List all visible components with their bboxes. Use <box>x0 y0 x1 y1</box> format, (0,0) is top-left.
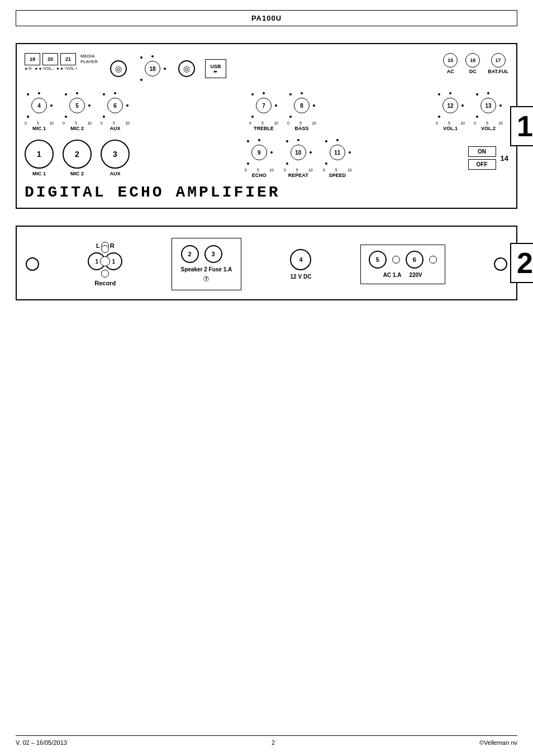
large-knob-mic1: 1 MIC 1 <box>25 140 54 176</box>
power-bat: 17 BAT.FUL <box>488 53 508 74</box>
lr-right-label: R <box>110 242 115 249</box>
circle-symbol-left: ◎ <box>110 60 127 77</box>
panel2-content: L R 1 1 Record <box>26 238 507 290</box>
lr-left-label: L <box>96 242 100 249</box>
bat-label: BAT.FUL <box>488 69 508 74</box>
dc-label: DC <box>469 69 477 74</box>
knob-echo: 9 0510 ECHO <box>245 138 274 178</box>
footer-page: 2 <box>272 739 275 746</box>
circle-15: 15 <box>443 53 458 68</box>
page-header: PA100U <box>16 10 517 26</box>
knobs-row: 4 0510 MIC 1 5 0510 MIC 2 <box>25 91 508 131</box>
panel-2: L R 1 1 Record <box>16 226 517 300</box>
ac-section: 5 6 AC 1.A 220V <box>360 245 445 284</box>
media-player-section: 19 20 21 MEDIAPLAYER ►/II ◄◄ /VOL.- ►► /… <box>25 53 98 70</box>
dc-jack: 4 <box>290 249 311 270</box>
media-player-label: MEDIAPLAYER <box>80 54 98 64</box>
play-label: ►/II <box>25 66 32 70</box>
page-title: PA100U <box>251 14 282 22</box>
footer-version: V. 02 – 16/05/2013 <box>16 739 67 746</box>
ac-label: AC <box>447 69 454 74</box>
power-indicators: 15 AC 16 DC 17 BAT.FUL <box>443 53 508 74</box>
record-circles: 1 1 <box>88 251 122 272</box>
page-footer: V. 02 – 16/05/2013 2 ©Velleman nv <box>16 735 517 746</box>
speaker-jack-2: 3 <box>204 245 222 263</box>
record-section: L R 1 1 Record <box>88 242 122 286</box>
power-ac: 15 AC <box>443 53 458 74</box>
ac-jack-2: 6 <box>406 251 423 269</box>
circle-16: 16 <box>465 53 480 68</box>
digital-echo-text: DIGITAL ECHO AMPLIFIER <box>25 184 508 201</box>
knob-18-container: 18 <box>138 54 167 83</box>
knob-bass: 8 0510 BASS <box>287 91 316 131</box>
panel2-left-symbol <box>26 257 39 271</box>
footer-copyright: ©Velleman nv <box>479 739 517 746</box>
panel-1: 19 20 21 MEDIAPLAYER ►/II ◄◄ /VOL.- ►► /… <box>16 43 517 209</box>
usb-box: USB ⬅ <box>205 59 226 78</box>
btn-19[interactable]: 19 <box>25 53 40 65</box>
next-label: ►► /VOL.+ <box>56 66 78 70</box>
record-center-ring <box>100 256 110 266</box>
on-off-section: ON OFF 14 <box>468 146 508 170</box>
knob-aux: 6 0510 AUX <box>101 91 130 131</box>
knob-18[interactable]: 18 <box>145 61 160 76</box>
ac-jack-1: 5 <box>369 251 387 269</box>
ac-jacks: 5 6 <box>369 251 437 269</box>
on-switch[interactable]: ON <box>468 146 496 157</box>
ac-small-circle-2 <box>429 256 437 264</box>
record-label: Record <box>94 280 116 286</box>
circle-17: 17 <box>491 53 506 68</box>
prev-label: ◄◄ /VOL.- <box>34 66 54 70</box>
btn-20[interactable]: 20 <box>42 53 58 65</box>
btn-21[interactable]: 21 <box>60 53 76 65</box>
ground-symbol: ⑦ <box>181 275 232 283</box>
power-dc: 16 DC <box>465 53 480 74</box>
panel2-number: 2 <box>510 243 533 283</box>
knob-repeat: 10 0510 REPEAT <box>284 138 313 178</box>
dc-label: 12 V DC <box>291 274 312 280</box>
speaker-label: Speaker 2 Fuse 1.A <box>181 266 232 272</box>
off-switch[interactable]: OFF <box>468 159 496 170</box>
switch-14-num: 14 <box>501 154 508 162</box>
ac-small-circle <box>392 256 400 264</box>
ac-label-2: 220V <box>409 272 422 278</box>
speaker-section: 2 3 Speaker 2 Fuse 1.A ⑦ <box>172 238 242 290</box>
media-sub-labels: ►/II ◄◄ /VOL.- ►► /VOL.+ <box>25 66 78 70</box>
knob-treble: 7 0510 TREBLE <box>249 91 278 131</box>
panel1-bottom: 1 MIC 1 2 MIC 2 3 AUX 9 <box>25 138 508 178</box>
dc-section: 4 12 V DC <box>290 249 311 280</box>
speaker-jacks: 2 3 <box>181 245 232 263</box>
panel1-number: 1 <box>510 106 533 146</box>
circle-symbol-right: ◎ <box>178 60 195 77</box>
large-knob-aux: 3 AUX <box>101 140 130 176</box>
large-knob-mic2: 2 MIC 2 <box>63 140 92 176</box>
knob-vol2: 13 0510 VOL.2 <box>474 91 503 131</box>
panel2-right-symbol <box>494 257 507 271</box>
ac-labels: AC 1.A 220V <box>383 272 422 278</box>
knob-speed: 11 0510 SPEED <box>323 138 352 178</box>
speaker-jack-1: 2 <box>181 245 199 263</box>
knob-mic1: 4 0510 MIC 1 <box>25 91 54 131</box>
ac-label-1: AC 1.A <box>383 272 402 278</box>
knob-mic2: 5 0510 MIC 2 <box>63 91 92 131</box>
knob-vol1: 12 0510 VOL.1 <box>436 91 465 131</box>
